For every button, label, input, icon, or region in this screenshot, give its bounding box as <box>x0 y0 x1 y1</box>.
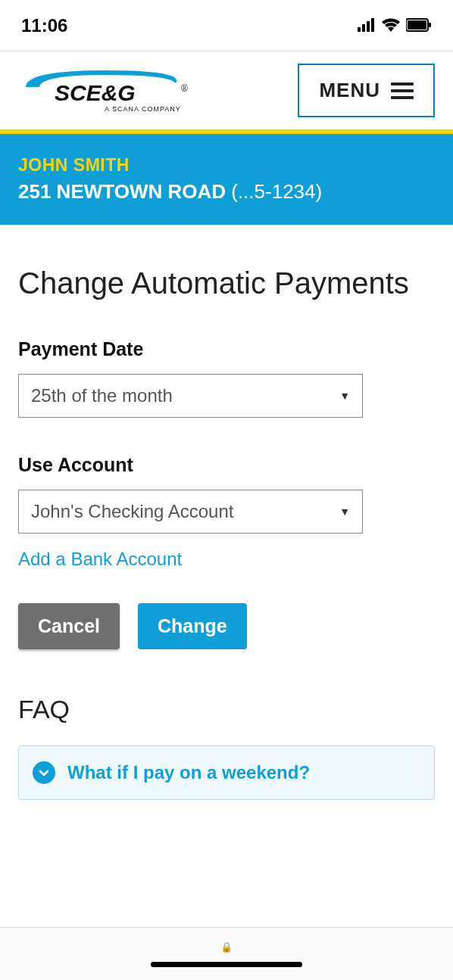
use-account-value: John's Checking Account <box>31 501 233 522</box>
payment-date-group: Payment Date 25th of the month ▼ <box>18 338 435 418</box>
hamburger-icon <box>391 82 414 99</box>
payment-date-select[interactable]: 25th of the month ▼ <box>18 374 363 418</box>
add-bank-account-link[interactable]: Add a Bank Account <box>18 549 182 570</box>
account-address-line: 251 NEWTOWN ROAD (...5-1234) <box>18 180 435 204</box>
menu-button[interactable]: MENU <box>298 64 435 117</box>
account-banner: JOHN SMITH 251 NEWTOWN ROAD (...5-1234) <box>0 134 453 225</box>
svg-rect-0 <box>358 27 361 32</box>
svg-rect-3 <box>371 18 374 32</box>
cellular-icon <box>358 15 376 36</box>
change-button[interactable]: Change <box>138 603 247 649</box>
svg-rect-1 <box>362 24 365 32</box>
use-account-select[interactable]: John's Checking Account ▼ <box>18 490 363 534</box>
status-time: 11:06 <box>21 15 67 36</box>
account-number: (...5-1234) <box>231 180 322 203</box>
svg-rect-6 <box>429 23 431 27</box>
faq-item[interactable]: What if I pay on a weekend? <box>18 745 435 800</box>
wifi-icon <box>382 15 400 36</box>
svg-text:SCE&G: SCE&G <box>55 80 136 105</box>
svg-text:A SCANA COMPANY: A SCANA COMPANY <box>105 105 181 113</box>
payment-date-label: Payment Date <box>18 338 435 360</box>
caret-down-icon: ▼ <box>339 506 350 518</box>
status-icons <box>358 15 432 36</box>
button-row: Cancel Change <box>18 603 435 649</box>
account-address: 251 NEWTOWN ROAD <box>18 180 226 203</box>
cancel-button[interactable]: Cancel <box>18 603 120 649</box>
faq-title: FAQ <box>18 695 435 724</box>
payment-date-value: 25th of the month <box>31 385 173 406</box>
svg-rect-2 <box>367 21 370 32</box>
main-content: Change Automatic Payments Payment Date 2… <box>0 225 453 818</box>
status-bar: 11:06 <box>0 0 453 51</box>
caret-down-icon: ▼ <box>339 390 350 402</box>
svg-text:®: ® <box>181 83 188 94</box>
use-account-group: Use Account John's Checking Account ▼ Ad… <box>18 454 435 570</box>
svg-rect-5 <box>408 20 426 30</box>
logo[interactable]: SCE&G ® A SCANA COMPANY <box>18 64 192 117</box>
faq-question: What if I pay on a weekend? <box>67 762 310 783</box>
app-header: SCE&G ® A SCANA COMPANY MENU <box>0 51 453 134</box>
sceg-logo-icon: SCE&G ® A SCANA COMPANY <box>18 64 192 117</box>
use-account-label: Use Account <box>18 454 435 476</box>
lock-icon: 🔒 <box>220 941 233 953</box>
chevron-down-icon <box>33 761 55 784</box>
account-name: JOHN SMITH <box>18 155 435 176</box>
page-title: Change Automatic Payments <box>18 266 435 300</box>
menu-label: MENU <box>319 79 380 102</box>
bottom-bar: 🔒 <box>0 927 453 980</box>
home-indicator[interactable] <box>151 962 302 967</box>
battery-icon <box>406 15 432 36</box>
